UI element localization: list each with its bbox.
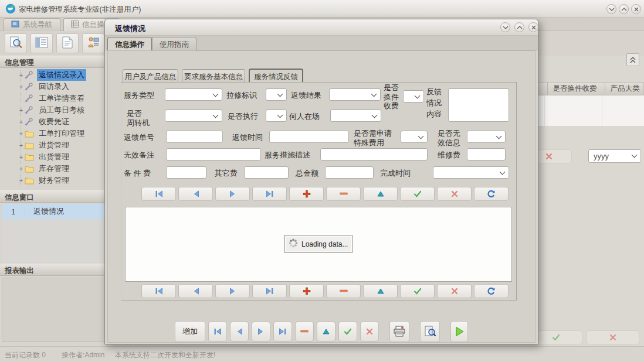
tb-post-button[interactable] <box>338 322 357 341</box>
nav-insert-button[interactable] <box>289 187 324 201</box>
invalid-info-label: 是否无 效信息 <box>438 129 460 147</box>
feedback-content-textarea[interactable] <box>448 88 509 122</box>
nav-refresh-button[interactable] <box>474 284 509 298</box>
nav-first-button[interactable] <box>141 187 176 201</box>
dialog-tab-info-ops[interactable]: 信息操作 <box>107 37 152 50</box>
dialog-maximize-button[interactable] <box>514 22 524 32</box>
user-report-button[interactable] <box>82 33 104 53</box>
tree-expander[interactable]: + <box>18 165 25 172</box>
dialog-title: 返馈情况 <box>115 23 145 34</box>
nav-insert-button[interactable] <box>289 284 324 298</box>
tree-item-revisit-entry[interactable]: + 回访录入 <box>0 81 107 93</box>
service-desc-input[interactable] <box>320 148 428 160</box>
nav-last-button[interactable] <box>252 284 287 298</box>
tb-first-button[interactable] <box>208 322 227 341</box>
feedback-no-input[interactable] <box>166 131 223 143</box>
tree-item-purchase-mgmt[interactable]: + 进货管理 <box>0 139 107 151</box>
nav-next-button[interactable] <box>215 187 250 201</box>
search-button[interactable] <box>5 33 27 53</box>
nav-edit-button[interactable] <box>363 284 398 298</box>
inner-tab-service-feedback[interactable]: 服务情况反馈 <box>249 69 303 82</box>
tree-item-workorder-detail[interactable]: 工单详情查看 <box>0 93 107 104</box>
bg-col-product-cat[interactable]: 产品大类 <box>605 83 639 95</box>
year-combo[interactable]: yyyy <box>588 149 641 163</box>
preview-button[interactable] <box>420 321 440 342</box>
tb-next-button[interactable] <box>252 322 270 341</box>
feedback-result-label: 返馈结果 <box>291 91 321 100</box>
tree-expander[interactable]: + <box>18 83 25 90</box>
service-type-combo[interactable] <box>165 88 222 101</box>
tb-last-button[interactable] <box>273 322 292 341</box>
folder-icon <box>25 153 35 161</box>
nav-prior-button[interactable] <box>178 187 213 201</box>
other-fee-input[interactable] <box>244 166 289 179</box>
nav-cancel-button[interactable] <box>437 187 472 201</box>
tb-cancel-button[interactable] <box>360 322 379 341</box>
special-fee-combo[interactable] <box>401 131 428 143</box>
tree-item-inventory-mgmt[interactable]: + 库存管理 <box>0 163 107 175</box>
dialog-tab-guide[interactable]: 使用指南 <box>152 37 196 50</box>
feedback-content-label: 反馈 情况 内容 <box>426 86 442 119</box>
window-minimize-button[interactable] <box>606 4 616 14</box>
tree-item-workorder-print[interactable]: + 工单打印管理 <box>0 128 107 139</box>
nav-next-button[interactable] <box>215 284 250 298</box>
nav-edit-button[interactable] <box>363 187 398 201</box>
tb-prior-button[interactable] <box>230 322 249 341</box>
collapse-panel-button[interactable] <box>626 53 639 66</box>
bg-col-part-fee[interactable]: 是否换件收费 <box>547 83 596 95</box>
tree-expander[interactable]: + <box>18 71 25 78</box>
dialog-titlebar[interactable]: 返馈情况 <box>105 19 538 36</box>
dialog-close-button[interactable] <box>528 22 538 32</box>
tab-system-nav[interactable]: 系统导航 <box>4 18 60 31</box>
document-button[interactable] <box>56 33 79 53</box>
inner-tab-service-req[interactable]: 要求服务基本信息 <box>182 69 245 82</box>
tree-item-shipment-mgmt[interactable]: + 出货管理 <box>0 151 107 163</box>
add-button[interactable]: 增加 <box>175 321 205 342</box>
nav-post-button[interactable] <box>400 187 435 201</box>
invalid-info-combo[interactable] <box>467 131 506 143</box>
nav-refresh-button[interactable] <box>474 187 509 201</box>
total-amount-label: 总金额 <box>296 169 318 178</box>
tree-expander[interactable]: + <box>18 130 25 137</box>
total-amount-input[interactable] <box>325 166 374 179</box>
list-view-button[interactable] <box>30 33 53 53</box>
window-maximize-button[interactable] <box>619 4 629 14</box>
bg-cancel2-button[interactable] <box>587 330 639 344</box>
tree-expander[interactable]: + <box>18 153 25 160</box>
repair-fee-input[interactable] <box>467 148 506 160</box>
nav-last-button[interactable] <box>252 187 287 201</box>
turnover-machine-combo[interactable] <box>165 110 222 122</box>
who-present-combo[interactable] <box>330 110 381 122</box>
pull-repair-combo[interactable] <box>266 88 287 101</box>
tree-item-finance-mgmt[interactable]: + 财务管理 <box>0 175 107 186</box>
tree-item-daily-assessment[interactable]: + 员工每日考核 <box>0 104 107 116</box>
nav-prior-button[interactable] <box>178 284 213 298</box>
nav-delete-button[interactable] <box>326 284 361 298</box>
tree-expander[interactable]: + <box>18 142 25 149</box>
info-row-label: 返馈情况 <box>25 206 64 217</box>
is-execute-combo[interactable] <box>266 110 287 122</box>
nav-delete-button[interactable] <box>326 187 361 201</box>
nav-post-button[interactable] <box>400 284 435 298</box>
feedback-result-combo[interactable] <box>329 88 381 101</box>
nav-cancel-button[interactable] <box>437 284 472 298</box>
tree-expander[interactable]: + <box>18 107 25 114</box>
parts-fee-input[interactable] <box>166 166 206 179</box>
tree-expander[interactable]: + <box>18 118 25 125</box>
tree-item-feedback-entry[interactable]: + 返馈情况录入 <box>0 69 107 81</box>
tb-edit-button[interactable] <box>317 322 335 341</box>
invalid-note-input[interactable] <box>166 148 261 160</box>
tree-expander[interactable]: + <box>18 177 25 184</box>
info-window-row[interactable]: 1 返馈情况 <box>2 204 107 219</box>
part-fee-combo[interactable] <box>403 90 424 103</box>
inner-tab-user-product[interactable]: 用户及产品信息 <box>123 69 178 82</box>
finish-time-combo[interactable] <box>433 166 509 179</box>
run-button[interactable] <box>450 321 468 342</box>
window-close-button[interactable] <box>631 4 641 14</box>
tb-delete-button[interactable] <box>295 322 314 341</box>
tree-item-fee-voucher[interactable]: + 收费凭证 <box>0 116 107 128</box>
nav-first-button[interactable] <box>141 284 176 298</box>
print-button[interactable] <box>389 321 409 342</box>
feedback-time-input[interactable] <box>269 131 349 143</box>
dialog-minimize-button[interactable] <box>500 22 510 32</box>
